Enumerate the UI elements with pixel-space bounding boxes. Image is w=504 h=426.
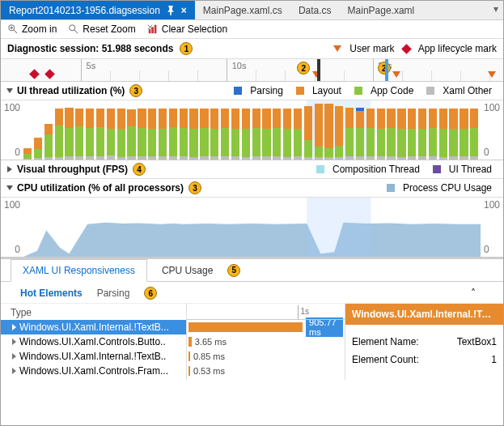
cpu-chart[interactable]: 1000 1000 — [1, 198, 503, 258]
callout-2: 2 — [378, 62, 391, 75]
lifecycle-mark-icon — [44, 69, 55, 79]
svg-rect-6 — [148, 29, 150, 33]
subtab-hot-elements[interactable]: Hot Elements — [20, 288, 83, 299]
info-header: Windows.UI.Xaml.Internal.!TextB — [345, 304, 503, 325]
bottom-tabs: XAML UI Responsiveness CPU Usage 5 — [1, 259, 503, 282]
legend-swatch — [296, 87, 304, 95]
legend-swatch — [387, 184, 395, 192]
legend-label: UI Thread — [449, 164, 492, 175]
legend-lifecycle: App lifecycle mark — [418, 43, 497, 54]
duration-value: 0.85 ms — [193, 351, 225, 361]
visual-throughput-legend: Composition ThreadUI Thread — [316, 164, 497, 175]
cpu-legend: Process CPU Usage — [387, 182, 497, 194]
user-mark-icon — [333, 45, 341, 52]
callout-3b: 3 — [188, 181, 201, 194]
user-mark-icon — [392, 71, 400, 78]
duration-bar-row: 905.77 ms — [187, 320, 345, 334]
duration-bar — [188, 351, 190, 361]
legend-swatch — [433, 165, 441, 173]
duration-bar — [188, 322, 303, 332]
detail-row: Type Windows.UI.Xaml.Internal.!TextB...W… — [1, 304, 503, 380]
bottom-sub-tabs: Hot Elements Parsing 6 ˄ — [1, 282, 503, 304]
pin-icon[interactable] — [165, 5, 176, 16]
info-panel: Windows.UI.Xaml.Internal.!TextB Element … — [345, 304, 503, 380]
document-tabs: Report20140213-1956.diagsession × MainPa… — [1, 1, 503, 20]
callout-6: 6 — [144, 287, 157, 300]
session-info: Diagnostic session: 51.988 seconds 1 Use… — [1, 39, 503, 59]
tree-item-label: Windows.UI.Xaml.Controls.Butto.. — [19, 336, 166, 347]
close-icon[interactable]: × — [181, 5, 187, 16]
expander-icon[interactable] — [6, 185, 13, 190]
duration-value: 3.65 ms — [195, 337, 227, 347]
expander-icon[interactable] — [12, 353, 16, 360]
cpu-header: CPU utilization (% of all processors) 3 … — [1, 179, 503, 198]
legend-label: App Code — [371, 85, 413, 96]
expander-icon[interactable] — [12, 324, 16, 330]
tab-label: Report20140213-1956.diagsession — [9, 5, 160, 16]
info-element-count-label: Element Count: — [352, 354, 419, 365]
ui-thread-title: UI thread utilization (%) — [17, 85, 125, 96]
svg-rect-7 — [151, 27, 154, 33]
callout-5: 5 — [227, 264, 240, 277]
clear-selection-icon — [147, 23, 159, 35]
tab-mainpage-xaml[interactable]: MainPage.xaml — [340, 1, 423, 19]
tab-cpu-usage[interactable]: CPU Usage — [150, 260, 224, 281]
svg-rect-12 — [307, 198, 371, 257]
expander-icon[interactable] — [12, 368, 16, 374]
info-element-name-label: Element Name: — [352, 336, 419, 347]
tree-header: Type — [1, 305, 186, 320]
duration-bar-row: 0.53 ms — [187, 364, 345, 378]
svg-line-1 — [14, 30, 17, 33]
reset-zoom-button[interactable]: Reset Zoom — [68, 23, 135, 35]
tab-data-cs[interactable]: Data.cs — [290, 1, 340, 19]
tree-item-label: Windows.UI.Xaml.Internal.!TextB.. — [19, 351, 166, 362]
overflow-chevron-icon[interactable]: ▾ — [489, 1, 503, 19]
legend-label: Parsing — [250, 85, 283, 96]
tab-mainpage-cs[interactable]: MainPage.xaml.cs — [195, 1, 290, 19]
callout-2: 2 — [297, 62, 310, 75]
clear-selection-button[interactable]: Clear Selection — [147, 23, 227, 35]
duration-bar-row: 0.85 ms — [187, 349, 345, 364]
tree-item[interactable]: Windows.UI.Xaml.Internal.!TextB... — [1, 320, 186, 334]
zoom-in-button[interactable]: Zoom in — [7, 23, 57, 35]
tree-panel: Type Windows.UI.Xaml.Internal.!TextB...W… — [1, 304, 187, 380]
tab-active-report[interactable]: Report20140213-1956.diagsession × — [1, 1, 195, 19]
duration-bar — [188, 366, 190, 376]
tree-item-label: Windows.UI.Xaml.Internal.!TextB... — [19, 322, 169, 333]
duration-value: 0.53 ms — [193, 366, 225, 376]
timeline-ruler[interactable]: 5s10s15s22 — [1, 59, 503, 82]
legend-label: Process CPU Usage — [403, 182, 492, 194]
bars-panel: 1s 905.77 ms3.65 ms0.85 ms0.53 ms — [187, 304, 345, 380]
info-element-count-value: 1 — [491, 354, 497, 365]
legend-label: Layout — [312, 85, 341, 96]
callout-1: 1 — [180, 42, 193, 55]
ui-thread-chart[interactable]: 1000 1000 — [1, 100, 503, 160]
bottom-pane: XAML UI Responsiveness CPU Usage 5 Hot E… — [1, 258, 503, 380]
session-label: Diagnostic session: 51.988 seconds — [7, 43, 173, 54]
visual-throughput-header: Visual throughput (FPS) 4 Composition Th… — [1, 160, 503, 179]
legend-swatch — [234, 87, 242, 95]
axis-right: 1000 — [481, 198, 503, 257]
legend-swatch — [354, 87, 362, 95]
duration-value: 905.77 ms — [306, 317, 343, 337]
ui-thread-header: UI thread utilization (%) 3 ParsingLayou… — [1, 82, 503, 100]
expander-icon[interactable] — [7, 166, 12, 173]
legend-swatch — [426, 87, 434, 95]
tree-item[interactable]: Windows.UI.Xaml.Controls.Butto.. — [1, 334, 186, 349]
tree-item-label: Windows.UI.Xaml.Controls.Fram... — [19, 365, 168, 377]
legend-user-mark: User mark — [349, 43, 394, 54]
info-element-name-value: TextBox1 — [457, 336, 497, 347]
tab-xaml-responsiveness[interactable]: XAML UI Responsiveness — [11, 259, 147, 282]
legend-label: Xaml Other — [443, 85, 492, 96]
callout-4: 4 — [133, 163, 146, 176]
duration-bar — [188, 337, 192, 347]
expander-icon[interactable] — [12, 339, 16, 345]
tree-item[interactable]: Windows.UI.Xaml.Controls.Fram... — [1, 364, 186, 378]
tree-item[interactable]: Windows.UI.Xaml.Internal.!TextB.. — [1, 349, 186, 364]
svg-line-5 — [74, 30, 78, 33]
expander-icon[interactable] — [6, 88, 13, 93]
cpu-title: CPU utilization (% of all processors) — [17, 182, 184, 194]
subtab-parsing[interactable]: Parsing — [97, 288, 130, 299]
chevron-up-icon[interactable]: ˄ — [471, 288, 476, 299]
ui-thread-legend: ParsingLayoutApp CodeXaml Other — [234, 85, 497, 96]
